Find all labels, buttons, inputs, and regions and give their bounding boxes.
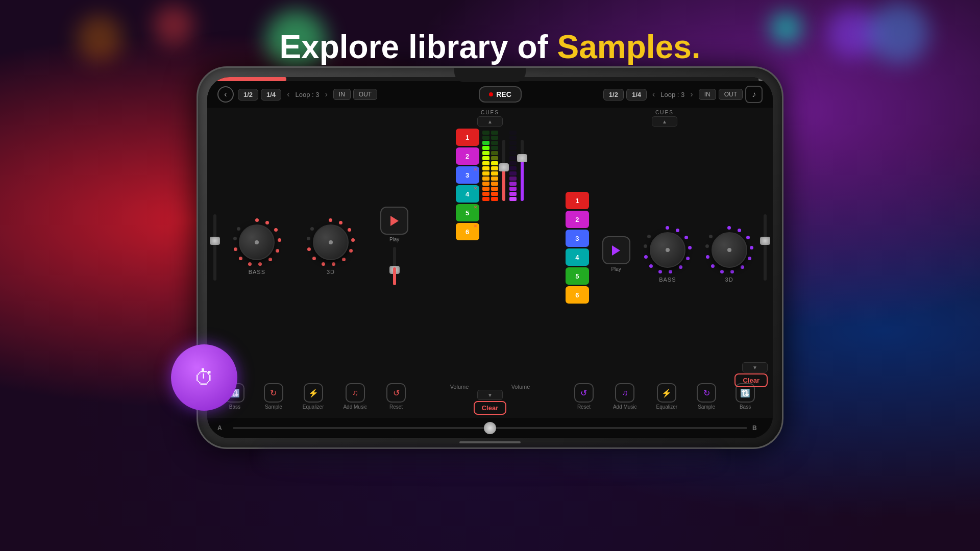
left-reset-ctrl[interactable]: ↺ Reset	[386, 383, 406, 410]
phone-notch	[454, 68, 526, 82]
right-reset-ctrl[interactable]: ↺ Reset	[574, 383, 594, 410]
left-play-label: Play	[389, 237, 399, 242]
right-next-arrow[interactable]: ›	[687, 89, 696, 100]
left-cue-pads: 1 2 3 ✕ 4 ✕	[456, 129, 479, 240]
left-cue-6[interactable]: 6 ✕	[456, 223, 479, 240]
left-3d-label: 3D	[327, 269, 335, 275]
deck-area: BASS	[207, 108, 773, 418]
svg-point-28	[686, 257, 690, 260]
svg-point-5	[268, 258, 272, 261]
left-cues-up-btn[interactable]: ▲	[477, 116, 503, 127]
right-addmusic-ctrl-label: Add Music	[613, 404, 637, 410]
rec-label: REC	[496, 90, 511, 98]
right-sample-ctrl[interactable]: ↻ Sample	[697, 383, 716, 410]
right-play-label: Play	[611, 266, 621, 272]
right-clear-button[interactable]: Clear	[734, 373, 768, 387]
svg-point-16	[349, 249, 353, 253]
left-cue-1[interactable]: 1	[456, 129, 479, 146]
left-next-arrow[interactable]: ›	[322, 89, 330, 100]
svg-point-30	[669, 270, 672, 273]
svg-point-21	[307, 247, 311, 251]
left-out-button[interactable]: OUT	[353, 89, 377, 100]
crossfader-thumb[interactable]	[484, 422, 496, 434]
right-half-button[interactable]: 1/2	[603, 89, 624, 101]
right-cue-3[interactable]: 3	[566, 230, 589, 247]
left-addmusic-ctrl[interactable]: ♫ Add Music	[343, 383, 367, 410]
svg-point-39	[750, 246, 753, 249]
svg-point-45	[706, 255, 709, 259]
svg-point-35	[647, 235, 651, 238]
right-cue-1[interactable]: 1	[566, 192, 589, 209]
left-loop-label: Loop : 3	[295, 91, 319, 98]
svg-point-46	[705, 244, 709, 248]
svg-point-44	[711, 264, 715, 268]
right-bass-knob[interactable]: BASS	[643, 226, 692, 283]
svg-point-11	[237, 227, 240, 231]
svg-point-29	[679, 265, 682, 269]
left-cues-down-btn[interactable]: ▼	[477, 390, 503, 400]
right-3d-knob[interactable]: 3D	[705, 226, 753, 283]
phone-wrapper: ‹ 1/2 1/4 ‹ Loop : 3 › IN OUT	[197, 66, 783, 449]
right-addmusic-ctrl[interactable]: ♫ Add Music	[613, 383, 637, 410]
left-sample-ctrl[interactable]: ↻ Sample	[264, 383, 283, 410]
back-button[interactable]: ‹	[217, 86, 234, 103]
left-cue-2[interactable]: 2	[456, 147, 479, 165]
crossfader-left-label: A	[217, 424, 228, 432]
vu-meters	[482, 129, 498, 201]
svg-point-41	[741, 265, 744, 269]
right-play-section: Play	[602, 236, 630, 272]
crossfader-track[interactable]	[233, 427, 747, 429]
svg-point-36	[727, 226, 731, 230]
right-cue-2[interactable]: 2	[566, 211, 589, 228]
right-out-button[interactable]: OUT	[719, 89, 743, 100]
dj-app: ‹ 1/2 1/4 ‹ Loop : 3 › IN OUT	[207, 77, 773, 438]
right-play-button[interactable]	[602, 236, 630, 264]
title-area: Explore library of Samples.	[0, 28, 980, 66]
svg-point-38	[746, 236, 750, 239]
svg-point-12	[329, 218, 332, 222]
left-cue-3[interactable]: 3 ✕	[456, 166, 479, 184]
left-3d-knob[interactable]: 3D	[306, 218, 355, 275]
left-prev-arrow[interactable]: ‹	[284, 89, 292, 100]
left-cue-5[interactable]: 5 ✕	[456, 204, 479, 221]
right-deck: CUES ▲ 1 2 3 4 5	[556, 108, 773, 418]
left-sample-icon: ↻	[264, 383, 283, 403]
right-eq-ctrl[interactable]: ⚡ Equalizer	[656, 383, 677, 410]
left-eq-ctrl-label: Equalizer	[303, 404, 324, 410]
right-bass-ctrl-label: Bass	[740, 404, 751, 410]
left-in-button[interactable]: IN	[333, 89, 351, 100]
left-clear-button[interactable]: Clear	[474, 401, 507, 415]
right-cue-4[interactable]: 4	[566, 248, 589, 266]
right-cue-5[interactable]: 5	[566, 267, 589, 285]
timer-icon: ⏱	[194, 366, 214, 389]
left-eq-ctrl[interactable]: ⚡ Equalizer	[303, 383, 324, 410]
right-quarter-button[interactable]: 1/4	[626, 89, 647, 101]
svg-point-22	[307, 237, 310, 240]
left-half-button[interactable]: 1/2	[238, 89, 258, 101]
left-quarter-button[interactable]: 1/4	[261, 89, 281, 101]
svg-point-15	[351, 238, 355, 242]
left-sample-ctrl-label: Sample	[265, 404, 282, 410]
left-cue-4[interactable]: 4 ✕	[456, 185, 479, 203]
purple-circle-button[interactable]: ⏱	[171, 344, 237, 411]
crossfader-section: A B	[207, 418, 773, 438]
left-bass-knob[interactable]: BASS	[233, 218, 281, 275]
left-3d-knob-inner	[313, 224, 349, 260]
music-library-button[interactable]: ♪	[745, 86, 763, 103]
right-cues-down-btn[interactable]: ▼	[742, 362, 768, 372]
svg-point-26	[684, 236, 688, 239]
right-bass-label: BASS	[659, 277, 676, 283]
svg-point-3	[278, 238, 281, 242]
rec-button[interactable]: REC	[479, 86, 522, 103]
left-deck: BASS	[207, 108, 424, 418]
right-prev-arrow[interactable]: ‹	[649, 89, 658, 100]
right-in-button[interactable]: IN	[699, 89, 716, 100]
right-cues-up-btn[interactable]: ▲	[652, 116, 677, 127]
right-cue-6[interactable]: 6	[566, 286, 589, 304]
title-highlight: Samples.	[557, 29, 701, 65]
svg-point-25	[676, 229, 679, 232]
left-reset-ctrl-label: Reset	[389, 404, 403, 410]
left-play-button[interactable]	[380, 207, 408, 235]
crossfader-right-label: B	[752, 424, 763, 432]
left-reset-icon: ↺	[386, 383, 406, 403]
